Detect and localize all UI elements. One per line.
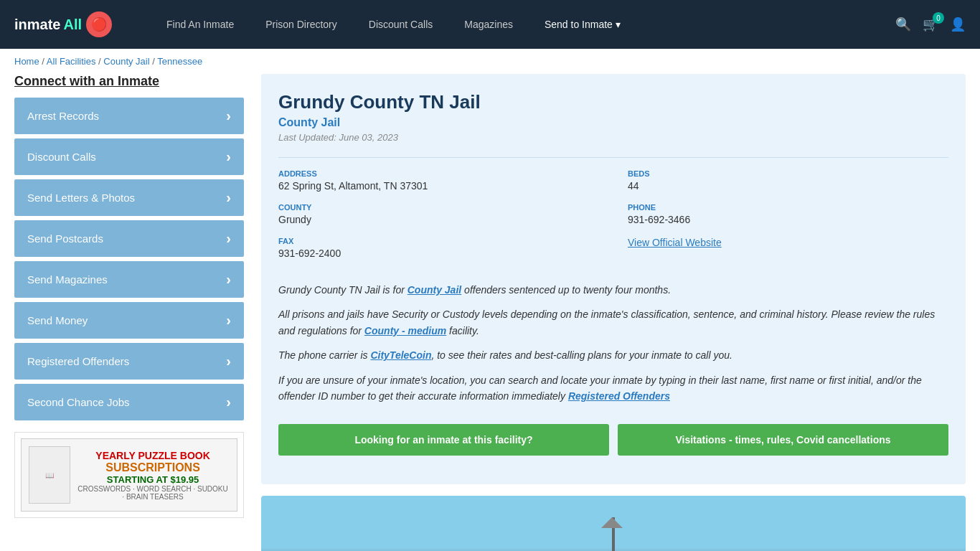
arrow-icon: › — [226, 271, 231, 288]
phone-value: 931-692-3466 — [628, 214, 948, 225]
facility-card: Grundy County TN Jail County Jail Last U… — [261, 74, 966, 484]
county-value: Grundy — [278, 214, 599, 225]
fax-block: FAX 931-692-2400 — [278, 237, 599, 259]
facility-info-grid: ADDRESS 62 Spring St, Altamont, TN 37301… — [278, 157, 948, 270]
website-link[interactable]: View Official Website — [628, 237, 722, 248]
phone-label: PHONE — [628, 203, 948, 212]
county-medium-link[interactable]: County - medium — [364, 325, 446, 336]
sidebar-item-send-postcards[interactable]: Send Postcards › — [14, 220, 244, 257]
nav-prison-directory[interactable]: Prison Directory — [250, 0, 353, 49]
nav-magazines[interactable]: Magazines — [448, 0, 529, 49]
citytelecoin-link[interactable]: CityTeleCoin — [370, 349, 431, 361]
beds-block: BEDS 44 — [628, 169, 948, 192]
county-jail-link[interactable]: County Jail — [407, 284, 461, 296]
logo-text: inmate — [14, 17, 60, 33]
facility-updated: Last Updated: June 03, 2023 — [278, 132, 948, 143]
breadcrumb-home[interactable]: Home — [14, 56, 39, 67]
beds-label: BEDS — [628, 169, 948, 178]
main-layout: Connect with an Inmate Arrest Records › … — [0, 74, 980, 551]
desc-para-1: Grundy County TN Jail is for County Jail… — [278, 282, 948, 298]
facility-type: County Jail — [278, 116, 948, 129]
breadcrumb-state[interactable]: Tennessee — [157, 56, 202, 67]
tower-graphic — [612, 517, 615, 551]
visitations-button[interactable]: Visitations - times, rules, Covid cancel… — [618, 424, 948, 456]
sidebar-item-send-money[interactable]: Send Money › — [14, 302, 244, 339]
registered-offenders-link[interactable]: Registered Offenders — [568, 390, 670, 402]
arrow-icon: › — [226, 353, 231, 369]
sidebar-item-discount-calls[interactable]: Discount Calls › — [14, 138, 244, 175]
breadcrumb-county-jail[interactable]: County Jail — [103, 56, 149, 67]
fax-value: 931-692-2400 — [278, 248, 599, 259]
puzzle-image: 📖 — [29, 446, 70, 504]
arrow-icon: › — [226, 149, 231, 165]
nav-send-to-inmate[interactable]: Send to Inmate ▾ — [529, 0, 636, 49]
phone-block: PHONE 931-692-3466 — [628, 203, 948, 225]
county-block: COUNTY Grundy — [278, 203, 599, 225]
breadcrumb-all-facilities[interactable]: All Facilities — [47, 56, 96, 67]
ad-content[interactable]: 📖 YEARLY PUZZLE BOOK SUBSCRIPTIONS START… — [21, 438, 237, 512]
main-nav: Find An Inmate Prison Directory Discount… — [151, 0, 874, 49]
logo-icon: 🔴 — [86, 11, 112, 37]
sidebar-items: Arrest Records › Discount Calls › Send L… — [14, 98, 244, 420]
logo-ai: All — [63, 17, 82, 33]
sidebar-item-registered-offenders[interactable]: Registered Offenders › — [14, 343, 244, 380]
sidebar-item-send-magazines[interactable]: Send Magazines › — [14, 261, 244, 298]
sidebar-ad: 📖 YEARLY PUZZLE BOOK SUBSCRIPTIONS START… — [14, 432, 244, 518]
site-header: inmate All 🔴 Find An Inmate Prison Direc… — [0, 0, 980, 49]
address-label: ADDRESS — [278, 169, 599, 178]
arrow-icon: › — [226, 312, 231, 329]
facility-description: Grundy County TN Jail is for County Jail… — [278, 282, 948, 424]
facility-image — [261, 496, 966, 551]
cart-badge: 0 — [933, 12, 944, 24]
ad-title: YEARLY PUZZLE BOOK — [76, 450, 230, 461]
address-value: 62 Spring St, Altamont, TN 37301 — [278, 180, 599, 192]
arrow-icon: › — [226, 108, 231, 124]
arrow-icon: › — [226, 394, 231, 410]
sidebar-item-second-chance-jobs[interactable]: Second Chance Jobs › — [14, 384, 244, 420]
beds-value: 44 — [628, 180, 948, 192]
county-label: COUNTY — [278, 203, 599, 212]
ad-subtitle: SUBSCRIPTIONS — [76, 461, 230, 474]
sidebar: Connect with an Inmate Arrest Records › … — [14, 74, 244, 551]
action-buttons: Looking for an inmate at this facility? … — [278, 424, 948, 456]
desc-para-4: If you are unsure of your inmate's locat… — [278, 372, 948, 405]
ad-price: STARTING AT $19.95 — [76, 474, 230, 485]
fax-label: FAX — [278, 237, 599, 245]
website-block: View Official Website — [628, 237, 948, 259]
sidebar-title: Connect with an Inmate — [14, 74, 244, 89]
breadcrumb: Home / All Facilities / County Jail / Te… — [0, 49, 980, 74]
ad-desc: CROSSWORDS · WORD SEARCH · SUDOKU · BRAI… — [76, 485, 230, 501]
address-block: ADDRESS 62 Spring St, Altamont, TN 37301 — [278, 169, 599, 192]
facility-name: Grundy County TN Jail — [278, 91, 948, 113]
arrow-icon: › — [226, 189, 231, 206]
desc-para-3: The phone carrier is CityTeleCoin, to se… — [278, 347, 948, 363]
arrow-icon: › — [226, 230, 231, 247]
find-inmate-button[interactable]: Looking for an inmate at this facility? — [278, 424, 609, 456]
search-icon[interactable]: 🔍 — [895, 17, 911, 32]
site-logo[interactable]: inmate All 🔴 — [14, 11, 115, 37]
sidebar-item-arrest-records[interactable]: Arrest Records › — [14, 98, 244, 134]
main-content: Grundy County TN Jail County Jail Last U… — [244, 74, 966, 551]
header-icons: 🔍 🛒 0 👤 — [895, 17, 966, 32]
nav-discount-calls[interactable]: Discount Calls — [353, 0, 448, 49]
cart-icon[interactable]: 🛒 0 — [923, 17, 938, 32]
nav-find-inmate[interactable]: Find An Inmate — [151, 0, 250, 49]
sidebar-item-send-letters[interactable]: Send Letters & Photos › — [14, 179, 244, 216]
desc-para-2: All prisons and jails have Security or C… — [278, 306, 948, 339]
user-icon[interactable]: 👤 — [950, 17, 966, 32]
